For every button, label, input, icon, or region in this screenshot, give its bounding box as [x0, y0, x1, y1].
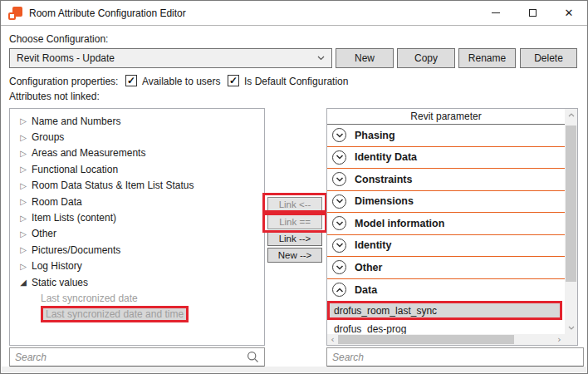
tree-item-label: Item Lists (content): [32, 212, 116, 224]
section-label: Other: [355, 262, 382, 273]
section-identity-data[interactable]: Identity Data: [327, 147, 565, 170]
tree-item-name-and-numbers[interactable]: ▷ Name and Numbers: [10, 113, 264, 129]
expander-collapsed-icon[interactable]: ▷: [18, 165, 28, 174]
maximize-icon: [529, 9, 537, 17]
drofus-app-icon: [8, 7, 22, 20]
choose-configuration-label: Choose Configuration:: [9, 33, 108, 45]
expander-collapsed-icon[interactable]: ▷: [18, 149, 28, 158]
chevron-down-circle-icon[interactable]: [332, 172, 346, 186]
available-to-users-label: Available to users: [142, 76, 221, 87]
tree-item-item-lists-content[interactable]: ▷ Item Lists (content): [10, 209, 264, 225]
chevron-down-circle-icon[interactable]: [332, 194, 346, 209]
revit-parameter-list: Revit parameter Phasing Identity Data Co…: [327, 109, 565, 334]
scroll-down-icon[interactable]: [565, 322, 577, 334]
attributes-search-input[interactable]: [15, 352, 243, 363]
tree-item-label: Pictures/Documents: [32, 244, 120, 256]
tree-item-last-syncronized-date[interactable]: Last syncronized date: [10, 290, 264, 306]
delete-button[interactable]: Delete: [520, 48, 577, 68]
available-to-users-checkbox[interactable]: [125, 75, 137, 86]
chevron-down-icon: [317, 56, 325, 61]
maximize-button[interactable]: [514, 1, 551, 25]
tree-item-static-values[interactable]: ◢ Static values: [10, 274, 264, 290]
expander-collapsed-icon[interactable]: ▷: [18, 245, 28, 254]
tree-item-label: Name and Numbers: [32, 116, 120, 127]
window-title: Room Attribute Configuration Editor: [29, 7, 186, 19]
scroll-left-icon[interactable]: ‹: [327, 334, 338, 345]
chevron-down-circle-icon[interactable]: [332, 150, 346, 165]
tree-item-log-history[interactable]: ▷ Log History: [10, 258, 264, 274]
new-right-button[interactable]: New -->: [267, 248, 322, 263]
parameter-item-drofus-des-prog[interactable]: drofus_des-prog: [327, 320, 565, 334]
chevron-down-circle-icon[interactable]: [332, 216, 346, 230]
section-label: Dimensions: [355, 195, 414, 207]
expander-collapsed-icon[interactable]: ▷: [18, 229, 28, 239]
horizontal-scrollbar[interactable]: ‹ ›: [327, 334, 565, 345]
new-button[interactable]: New: [336, 48, 394, 68]
minimize-button[interactable]: [478, 1, 514, 25]
tree-item-label: Static values: [32, 277, 88, 288]
scroll-up-icon[interactable]: [565, 109, 577, 121]
revit-parameter-panel: Revit parameter Phasing Identity Data Co…: [326, 108, 578, 346]
section-phasing[interactable]: Phasing: [327, 125, 565, 147]
parameter-item-label: drofus_des-prog: [334, 323, 406, 335]
section-other[interactable]: Other: [327, 257, 565, 279]
window-controls: ✕: [478, 1, 587, 25]
scroll-right-icon[interactable]: ›: [554, 334, 565, 345]
section-data[interactable]: Data: [327, 279, 565, 302]
section-dimensions[interactable]: Dimensions: [327, 191, 565, 214]
annotation-box-selected-attribute: Last syncronized date and time: [41, 306, 189, 322]
close-button[interactable]: ✕: [551, 1, 587, 25]
section-constraints[interactable]: Constraints: [327, 169, 565, 191]
horizontal-scrollbar-thumb[interactable]: [338, 335, 514, 344]
tree-item-room-data-status[interactable]: ▷ Room Data Status & Item List Status: [10, 178, 264, 194]
tree-item-label: Other: [32, 228, 56, 239]
section-model-information[interactable]: Model information: [327, 213, 565, 235]
configuration-dropdown[interactable]: Revit Rooms - Update: [9, 48, 332, 68]
tree-item-functional-location[interactable]: ▷ Functional Location: [10, 161, 264, 177]
dialog-bottom-strip: [2, 367, 586, 372]
expander-collapsed-icon[interactable]: ▷: [18, 214, 28, 223]
link-right-button[interactable]: Link -->: [267, 231, 322, 246]
chevron-up-circle-icon[interactable]: [332, 283, 346, 297]
tree-item-pictures-documents[interactable]: ▷ Pictures/Documents: [10, 242, 264, 258]
attributes-not-linked-label: Attributes not linked:: [9, 91, 100, 102]
expander-collapsed-icon[interactable]: ▷: [18, 133, 28, 142]
drofus-icon-front-square: [8, 12, 16, 20]
magnifier-icon: [247, 351, 259, 363]
expander-collapsed-icon[interactable]: ▷: [18, 181, 28, 190]
parameter-item-label: drofus_room_last_sync: [334, 305, 437, 317]
section-label: Identity Data: [355, 151, 417, 163]
attributes-tree: ▷ Name and Numbers ▷ Groups ▷ Areas and …: [9, 108, 265, 346]
section-label: Data: [355, 284, 377, 296]
tree-item-other[interactable]: ▷ Other: [10, 226, 264, 242]
close-icon: ✕: [565, 7, 574, 18]
parameter-item-drofus-room-last-sync[interactable]: drofus_room_last_sync: [327, 301, 562, 320]
chevron-down-circle-icon[interactable]: [332, 260, 346, 274]
minimize-icon: [492, 12, 500, 13]
rename-button[interactable]: Rename: [458, 48, 516, 68]
configuration-properties-label: Configuration properties:: [9, 76, 118, 87]
section-label: Phasing: [355, 130, 395, 141]
revit-parameter-header: Revit parameter: [327, 109, 565, 125]
vertical-scrollbar-thumb[interactable]: [566, 125, 576, 282]
tree-item-last-syncronized-date-and-time[interactable]: Last syncronized date and time: [10, 307, 264, 322]
scrollbar-corner: [565, 334, 577, 345]
revit-parameter-search-box: [326, 347, 584, 367]
chevron-down-circle-icon[interactable]: [332, 128, 346, 142]
tree-item-room-data[interactable]: ▷ Room Data: [10, 194, 264, 209]
vertical-scrollbar[interactable]: [565, 109, 577, 334]
tree-item-label: Groups: [32, 131, 64, 143]
dialog-window: Room Attribute Configuration Editor ✕ Ch…: [0, 0, 588, 374]
chevron-down-circle-icon[interactable]: [332, 239, 346, 253]
revit-parameter-search-input[interactable]: [332, 352, 578, 363]
section-identity[interactable]: Identity: [327, 235, 565, 258]
is-default-configuration-checkbox[interactable]: [228, 75, 239, 86]
copy-button[interactable]: Copy: [397, 48, 455, 68]
title-bar: Room Attribute Configuration Editor ✕: [1, 1, 587, 26]
expander-collapsed-icon[interactable]: ▷: [18, 262, 28, 271]
tree-item-groups[interactable]: ▷ Groups: [10, 129, 264, 145]
expander-collapsed-icon[interactable]: ▷: [18, 116, 28, 125]
expander-expanded-icon[interactable]: ◢: [18, 278, 28, 287]
tree-item-areas-and-measurements[interactable]: ▷ Areas and Measurements: [10, 145, 264, 161]
expander-collapsed-icon[interactable]: ▷: [18, 197, 28, 206]
